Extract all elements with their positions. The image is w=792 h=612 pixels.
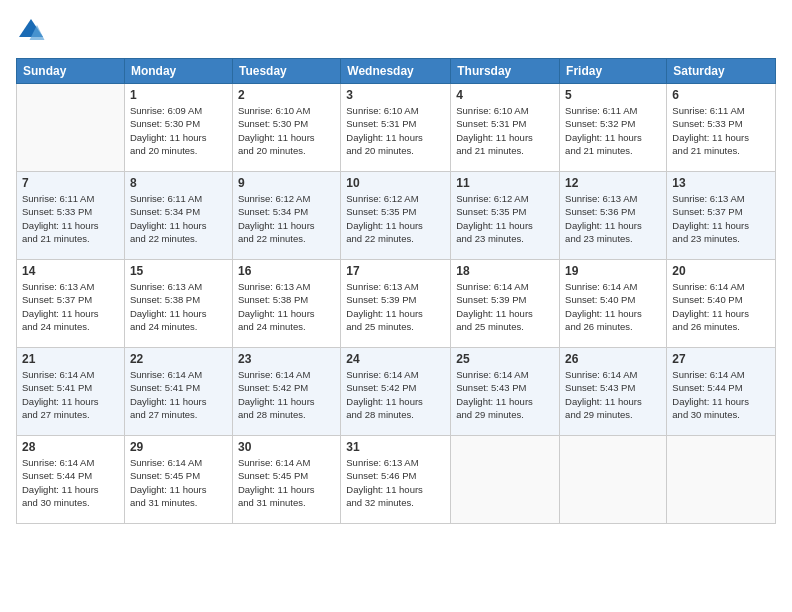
calendar-cell: 23Sunrise: 6:14 AMSunset: 5:42 PMDayligh… <box>232 348 340 436</box>
calendar-cell: 10Sunrise: 6:12 AMSunset: 5:35 PMDayligh… <box>341 172 451 260</box>
header-monday: Monday <box>124 59 232 84</box>
calendar-cell: 19Sunrise: 6:14 AMSunset: 5:40 PMDayligh… <box>560 260 667 348</box>
day-number: 17 <box>346 264 445 278</box>
day-number: 12 <box>565 176 661 190</box>
calendar-cell: 25Sunrise: 6:14 AMSunset: 5:43 PMDayligh… <box>451 348 560 436</box>
calendar-header-row: SundayMondayTuesdayWednesdayThursdayFrid… <box>17 59 776 84</box>
calendar-cell: 11Sunrise: 6:12 AMSunset: 5:35 PMDayligh… <box>451 172 560 260</box>
day-number: 4 <box>456 88 554 102</box>
header <box>16 16 776 46</box>
header-friday: Friday <box>560 59 667 84</box>
day-number: 10 <box>346 176 445 190</box>
day-number: 3 <box>346 88 445 102</box>
day-number: 23 <box>238 352 335 366</box>
calendar-cell <box>17 84 125 172</box>
day-number: 14 <box>22 264 119 278</box>
day-number: 25 <box>456 352 554 366</box>
day-number: 6 <box>672 88 770 102</box>
day-number: 15 <box>130 264 227 278</box>
calendar-cell: 27Sunrise: 6:14 AMSunset: 5:44 PMDayligh… <box>667 348 776 436</box>
day-info: Sunrise: 6:12 AMSunset: 5:34 PMDaylight:… <box>238 192 335 245</box>
day-info: Sunrise: 6:14 AMSunset: 5:44 PMDaylight:… <box>672 368 770 421</box>
day-number: 7 <box>22 176 119 190</box>
calendar-cell <box>667 436 776 524</box>
header-saturday: Saturday <box>667 59 776 84</box>
calendar-week-3: 21Sunrise: 6:14 AMSunset: 5:41 PMDayligh… <box>17 348 776 436</box>
day-number: 29 <box>130 440 227 454</box>
day-info: Sunrise: 6:10 AMSunset: 5:31 PMDaylight:… <box>456 104 554 157</box>
calendar-cell: 3Sunrise: 6:10 AMSunset: 5:31 PMDaylight… <box>341 84 451 172</box>
calendar-cell: 21Sunrise: 6:14 AMSunset: 5:41 PMDayligh… <box>17 348 125 436</box>
header-thursday: Thursday <box>451 59 560 84</box>
calendar-week-4: 28Sunrise: 6:14 AMSunset: 5:44 PMDayligh… <box>17 436 776 524</box>
calendar-cell: 18Sunrise: 6:14 AMSunset: 5:39 PMDayligh… <box>451 260 560 348</box>
calendar-week-2: 14Sunrise: 6:13 AMSunset: 5:37 PMDayligh… <box>17 260 776 348</box>
day-info: Sunrise: 6:11 AMSunset: 5:34 PMDaylight:… <box>130 192 227 245</box>
calendar-cell: 1Sunrise: 6:09 AMSunset: 5:30 PMDaylight… <box>124 84 232 172</box>
calendar-cell: 5Sunrise: 6:11 AMSunset: 5:32 PMDaylight… <box>560 84 667 172</box>
day-number: 5 <box>565 88 661 102</box>
day-info: Sunrise: 6:11 AMSunset: 5:32 PMDaylight:… <box>565 104 661 157</box>
day-number: 9 <box>238 176 335 190</box>
day-info: Sunrise: 6:11 AMSunset: 5:33 PMDaylight:… <box>22 192 119 245</box>
day-info: Sunrise: 6:14 AMSunset: 5:40 PMDaylight:… <box>672 280 770 333</box>
logo-icon <box>16 16 46 46</box>
day-number: 13 <box>672 176 770 190</box>
calendar-cell: 7Sunrise: 6:11 AMSunset: 5:33 PMDaylight… <box>17 172 125 260</box>
day-info: Sunrise: 6:09 AMSunset: 5:30 PMDaylight:… <box>130 104 227 157</box>
day-number: 2 <box>238 88 335 102</box>
calendar-cell: 24Sunrise: 6:14 AMSunset: 5:42 PMDayligh… <box>341 348 451 436</box>
calendar-cell: 13Sunrise: 6:13 AMSunset: 5:37 PMDayligh… <box>667 172 776 260</box>
calendar-cell: 9Sunrise: 6:12 AMSunset: 5:34 PMDaylight… <box>232 172 340 260</box>
page: SundayMondayTuesdayWednesdayThursdayFrid… <box>0 0 792 612</box>
calendar-cell <box>451 436 560 524</box>
calendar-cell: 20Sunrise: 6:14 AMSunset: 5:40 PMDayligh… <box>667 260 776 348</box>
day-info: Sunrise: 6:12 AMSunset: 5:35 PMDaylight:… <box>456 192 554 245</box>
calendar-cell: 2Sunrise: 6:10 AMSunset: 5:30 PMDaylight… <box>232 84 340 172</box>
day-info: Sunrise: 6:14 AMSunset: 5:41 PMDaylight:… <box>22 368 119 421</box>
day-info: Sunrise: 6:13 AMSunset: 5:38 PMDaylight:… <box>130 280 227 333</box>
day-info: Sunrise: 6:13 AMSunset: 5:37 PMDaylight:… <box>22 280 119 333</box>
day-info: Sunrise: 6:13 AMSunset: 5:46 PMDaylight:… <box>346 456 445 509</box>
calendar-cell: 4Sunrise: 6:10 AMSunset: 5:31 PMDaylight… <box>451 84 560 172</box>
calendar-cell: 12Sunrise: 6:13 AMSunset: 5:36 PMDayligh… <box>560 172 667 260</box>
calendar-cell: 6Sunrise: 6:11 AMSunset: 5:33 PMDaylight… <box>667 84 776 172</box>
day-number: 21 <box>22 352 119 366</box>
calendar-cell: 8Sunrise: 6:11 AMSunset: 5:34 PMDaylight… <box>124 172 232 260</box>
day-number: 26 <box>565 352 661 366</box>
day-info: Sunrise: 6:14 AMSunset: 5:45 PMDaylight:… <box>238 456 335 509</box>
day-number: 8 <box>130 176 227 190</box>
day-info: Sunrise: 6:11 AMSunset: 5:33 PMDaylight:… <box>672 104 770 157</box>
day-info: Sunrise: 6:10 AMSunset: 5:30 PMDaylight:… <box>238 104 335 157</box>
calendar-cell <box>560 436 667 524</box>
day-number: 19 <box>565 264 661 278</box>
calendar-cell: 17Sunrise: 6:13 AMSunset: 5:39 PMDayligh… <box>341 260 451 348</box>
day-number: 1 <box>130 88 227 102</box>
day-info: Sunrise: 6:12 AMSunset: 5:35 PMDaylight:… <box>346 192 445 245</box>
day-number: 24 <box>346 352 445 366</box>
day-info: Sunrise: 6:13 AMSunset: 5:39 PMDaylight:… <box>346 280 445 333</box>
day-number: 31 <box>346 440 445 454</box>
day-info: Sunrise: 6:13 AMSunset: 5:38 PMDaylight:… <box>238 280 335 333</box>
header-tuesday: Tuesday <box>232 59 340 84</box>
day-info: Sunrise: 6:13 AMSunset: 5:36 PMDaylight:… <box>565 192 661 245</box>
calendar-cell: 22Sunrise: 6:14 AMSunset: 5:41 PMDayligh… <box>124 348 232 436</box>
calendar-cell: 15Sunrise: 6:13 AMSunset: 5:38 PMDayligh… <box>124 260 232 348</box>
day-info: Sunrise: 6:14 AMSunset: 5:44 PMDaylight:… <box>22 456 119 509</box>
day-number: 11 <box>456 176 554 190</box>
header-sunday: Sunday <box>17 59 125 84</box>
day-number: 18 <box>456 264 554 278</box>
day-info: Sunrise: 6:14 AMSunset: 5:43 PMDaylight:… <box>456 368 554 421</box>
calendar-cell: 28Sunrise: 6:14 AMSunset: 5:44 PMDayligh… <box>17 436 125 524</box>
day-info: Sunrise: 6:10 AMSunset: 5:31 PMDaylight:… <box>346 104 445 157</box>
header-wednesday: Wednesday <box>341 59 451 84</box>
calendar-table: SundayMondayTuesdayWednesdayThursdayFrid… <box>16 58 776 524</box>
calendar-week-1: 7Sunrise: 6:11 AMSunset: 5:33 PMDaylight… <box>17 172 776 260</box>
calendar-week-0: 1Sunrise: 6:09 AMSunset: 5:30 PMDaylight… <box>17 84 776 172</box>
day-number: 16 <box>238 264 335 278</box>
day-info: Sunrise: 6:14 AMSunset: 5:43 PMDaylight:… <box>565 368 661 421</box>
calendar-cell: 16Sunrise: 6:13 AMSunset: 5:38 PMDayligh… <box>232 260 340 348</box>
day-info: Sunrise: 6:13 AMSunset: 5:37 PMDaylight:… <box>672 192 770 245</box>
logo <box>16 16 50 46</box>
calendar-cell: 14Sunrise: 6:13 AMSunset: 5:37 PMDayligh… <box>17 260 125 348</box>
